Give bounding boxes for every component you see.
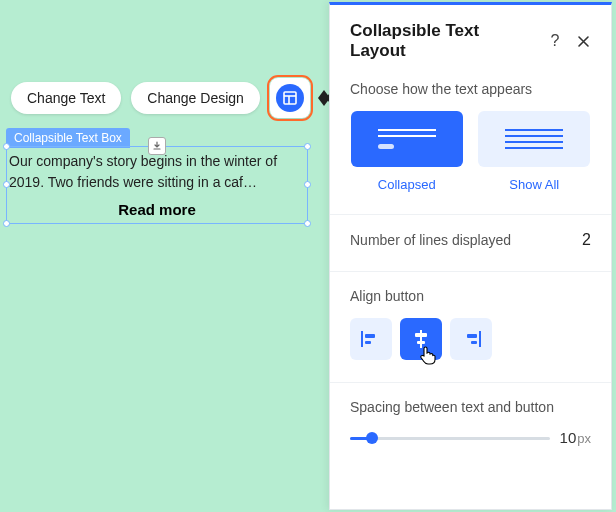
svg-rect-7 [378,144,394,149]
section-spacing: Spacing between text and button 10px [330,382,611,469]
section-align: Align button [330,271,611,382]
svg-rect-19 [467,334,477,338]
spacing-unit: px [577,431,591,446]
svg-rect-0 [284,92,296,104]
resize-handle[interactable] [304,143,311,150]
mode-collapsed-preview [351,111,463,167]
align-left-button[interactable] [350,318,392,360]
resize-handle[interactable] [3,220,10,227]
resize-handle[interactable] [3,143,10,150]
question-icon: ? [551,32,560,50]
svg-rect-16 [415,333,427,337]
svg-rect-13 [365,334,375,338]
help-button[interactable]: ? [545,31,565,51]
change-design-button[interactable]: Change Design [131,82,260,114]
align-center-button[interactable] [400,318,442,360]
resize-handle[interactable] [304,181,311,188]
align-right-button[interactable] [450,318,492,360]
resize-handle[interactable] [3,181,10,188]
close-button[interactable] [573,31,593,51]
mode-showall[interactable]: Show All [478,111,592,192]
mode-collapsed-label: Collapsed [378,177,436,192]
layout-panel: Collapsible Text Layout ? Choose how the… [329,2,612,510]
slider-track [350,437,550,440]
resize-handle[interactable] [304,220,311,227]
align-right-icon [460,329,482,349]
layout-button[interactable] [270,78,310,118]
lines-value[interactable]: 2 [582,231,591,249]
mode-showall-label: Show All [509,177,559,192]
spacing-value: 10 [560,429,577,446]
lines-label: Number of lines displayed [350,232,511,248]
mode-showall-preview [478,111,590,167]
widget-badge: Collapsible Text Box [6,128,130,148]
spacing-label: Spacing between text and button [350,399,591,415]
layout-icon [276,84,304,112]
section-lines: Number of lines displayed 2 [330,214,611,271]
align-center-icon [410,329,432,349]
spacing-slider[interactable] [350,430,550,446]
section-label: Choose how the text appears [350,81,591,97]
close-icon [577,35,590,48]
slider-thumb[interactable] [366,432,378,444]
read-more-button[interactable]: Read more [7,201,307,218]
panel-title: Collapsible Text Layout [350,21,537,61]
align-left-icon [360,329,382,349]
drag-handle-icon[interactable] [148,137,166,155]
mode-collapsed[interactable]: Collapsed [350,111,464,192]
collapsible-text-widget[interactable]: Our company's story begins in the winter… [6,146,308,224]
section-display-mode: Choose how the text appears Collapsed [330,75,611,214]
align-label: Align button [350,288,591,304]
svg-rect-14 [365,341,371,344]
svg-rect-17 [417,341,425,344]
change-text-button[interactable]: Change Text [11,82,121,114]
panel-header: Collapsible Text Layout ? [330,5,611,75]
spacing-readout: 10px [560,429,591,447]
editor-canvas: Change Text Change Design Collapsible Te… [0,0,616,512]
widget-toolbar: Change Text Change Design [11,78,340,118]
svg-rect-20 [471,341,477,344]
